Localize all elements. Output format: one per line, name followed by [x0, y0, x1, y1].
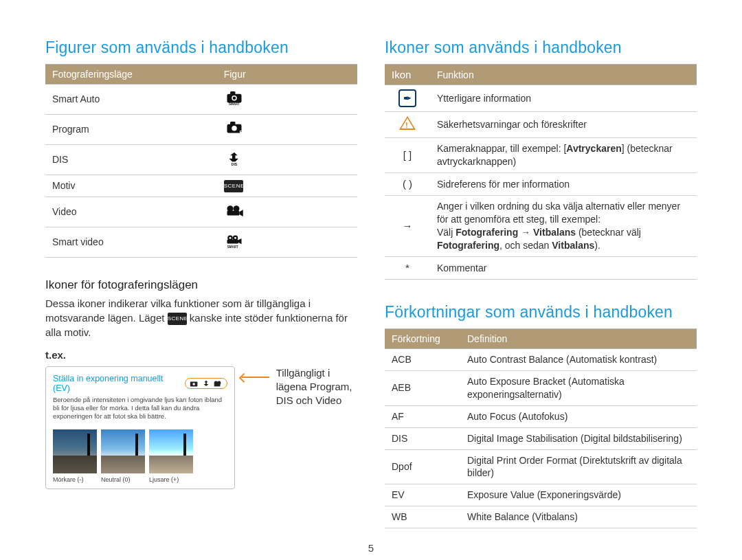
abbr-def: Auto Exposure Bracket (Automatiska expon… — [460, 370, 697, 405]
mode-icon-scene: SCENE — [217, 175, 357, 197]
heading-abbr: Förkortningar som används i handboken — [385, 303, 697, 322]
info-icon: ✒ — [385, 85, 430, 112]
svg-rect-23 — [214, 383, 220, 386]
mode-icon-dis: DIS — [217, 144, 357, 175]
mode-label: Video — [45, 197, 217, 227]
abbr-def: Digital Print Order Format (Direktutskri… — [460, 449, 697, 484]
th-mode: Fotograferingsläge — [45, 65, 217, 85]
abbr: WB — [385, 506, 460, 528]
svg-text:DIS: DIS — [231, 161, 237, 166]
example-mode-icons — [185, 378, 227, 389]
brackets-icon: [ ] — [385, 138, 430, 173]
heading-figures: Figurer som används i handboken — [45, 38, 357, 57]
mode-label: Smart Auto — [45, 85, 217, 115]
example-label: t.ex. — [45, 349, 357, 361]
abbr-def: Auto Focus (Autofokus) — [460, 405, 697, 427]
svg-point-16 — [234, 237, 236, 239]
svg-rect-12 — [227, 211, 239, 216]
svg-point-15 — [229, 237, 231, 239]
warning-icon: ! — [385, 112, 430, 138]
parens-icon: ( ) — [385, 173, 430, 196]
icon-desc: Säkerhetsvarningar och föreskrifter — [430, 112, 697, 138]
mode-label: DIS — [45, 144, 217, 175]
arrow-icon: → — [385, 196, 430, 257]
thumb-lighter: Ljusare (+) — [149, 429, 193, 483]
thumb-neutral: Neutral (0) — [101, 429, 145, 483]
icon-desc: Ytterligare information — [430, 85, 697, 112]
mode-label: Smart video — [45, 227, 217, 257]
svg-rect-17 — [227, 239, 238, 243]
mode-icon-smart-video: SMART — [217, 227, 357, 257]
example-desc: Beroende på intensiteten i omgivande lju… — [53, 396, 227, 421]
th-function: Funktion — [430, 65, 697, 85]
table-icons: Ikon Funktion ✒ Ytterligare information … — [385, 64, 697, 280]
example-title: Ställa in exponering manuellt (EV) — [53, 374, 182, 393]
mode-label: Motiv — [45, 175, 217, 197]
abbr-def: Exposure Value (Exponeringsvärde) — [460, 484, 697, 506]
th-icon: Ikon — [385, 65, 430, 85]
svg-rect-6 — [230, 122, 236, 125]
abbr: Dpof — [385, 449, 460, 484]
abbr: AEB — [385, 370, 460, 405]
svg-text:P: P — [239, 129, 243, 135]
table-modes: Fotograferingsläge Figur Smart Auto SMAR… — [45, 64, 357, 258]
asterisk-icon: * — [385, 256, 430, 279]
icon-desc: Kameraknappar, till exempel: [Avtryckare… — [430, 138, 697, 173]
mode-icon-video — [217, 197, 357, 227]
icon-desc: Anger i vilken ordning du ska välja alte… — [430, 196, 697, 257]
abbr: EV — [385, 484, 460, 506]
svg-point-7 — [232, 126, 237, 131]
mode-icon-program: P — [217, 114, 357, 144]
subheading-mode-icons: Ikoner för fotograferingslägen — [45, 278, 357, 292]
callout-connector — [242, 377, 269, 379]
heading-icons: Ikoner som används i handboken — [385, 38, 697, 57]
abbr: AF — [385, 405, 460, 427]
thumb-darker: Mörkare (-) — [53, 429, 97, 483]
th-def: Definition — [460, 329, 697, 349]
table-abbr: Förkortning Definition ACBAuto Contrast … — [385, 328, 697, 528]
mode-label: Program — [45, 114, 217, 144]
svg-point-20 — [192, 383, 195, 385]
example-box: Ställa in exponering manuellt (EV) Beroe… — [45, 366, 235, 490]
abbr-def: Auto Contrast Balance (Automatisk kontra… — [460, 349, 697, 371]
abbr-def: Digital Image Stabilisation (Digital bil… — [460, 427, 697, 449]
page-number: 5 — [0, 528, 742, 554]
example-note: Tillgängligt i lägena Program, DIS och V… — [276, 366, 357, 408]
abbr: DIS — [385, 427, 460, 449]
th-abbr: Förkortning — [385, 329, 460, 349]
mode-icon-smart-auto: SMART — [217, 85, 357, 115]
para-mode-icons: Dessa ikoner indikerar vilka funktioner … — [45, 296, 357, 339]
abbr-def: White Balance (Vitbalans) — [460, 506, 697, 528]
svg-text:SMART: SMART — [229, 102, 240, 106]
icon-desc: Kommentar — [430, 256, 697, 279]
svg-point-3 — [232, 97, 236, 100]
th-figure: Figur — [217, 65, 357, 85]
icon-desc: Sidreferens för mer information — [430, 173, 697, 196]
abbr: ACB — [385, 349, 460, 371]
svg-text:SMART: SMART — [227, 245, 238, 248]
svg-rect-1 — [230, 91, 236, 95]
scene-inline-icon: SCENE — [168, 313, 187, 325]
